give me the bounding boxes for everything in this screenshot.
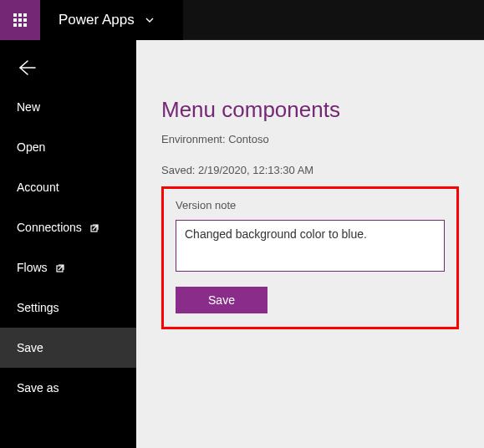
saved-label: Saved: (161, 164, 195, 176)
app-switcher[interactable]: Power Apps (40, 0, 183, 40)
sidebar-item-account[interactable]: Account (0, 167, 136, 207)
environment-label: Environment: (161, 133, 226, 145)
top-bar-spacer (183, 0, 484, 40)
app-launcher-button[interactable] (0, 0, 40, 40)
sidebar-item-label: New (17, 100, 40, 114)
version-note-input[interactable] (176, 220, 445, 272)
environment-line: Environment: Contoso (161, 133, 459, 145)
external-link-icon (56, 262, 66, 272)
sidebar-item-connections[interactable]: Connections (0, 207, 136, 247)
main-content: Menu components Environment: Contoso Sav… (136, 40, 484, 448)
page-title: Menu components (161, 97, 459, 123)
arrow-left-icon (15, 57, 37, 79)
save-button[interactable]: Save (176, 287, 267, 313)
sidebar-item-label: Flows (17, 261, 48, 274)
sidebar-item-label: Save as (17, 381, 59, 395)
saved-value: 2/19/2020, 12:13:30 AM (198, 164, 313, 176)
sidebar-item-label: Open (17, 140, 45, 154)
sidebar-item-settings[interactable]: Settings (0, 288, 136, 328)
sidebar-item-save[interactable]: Save (0, 328, 136, 368)
sidebar-item-open[interactable]: Open (0, 127, 136, 167)
version-note-label: Version note (176, 199, 445, 211)
sidebar-item-label: Settings (17, 301, 59, 314)
waffle-icon (13, 13, 27, 27)
body: New Open Account Connections Flows Setti… (0, 40, 484, 448)
sidebar-item-flows[interactable]: Flows (0, 247, 136, 288)
sidebar-item-new[interactable]: New (0, 87, 136, 127)
sidebar-item-save-as[interactable]: Save as (0, 368, 136, 408)
sidebar-item-label: Account (17, 181, 59, 194)
version-note-highlight: Version note Save (161, 186, 459, 329)
back-button[interactable] (0, 48, 136, 87)
sidebar-item-label: Save (17, 341, 43, 354)
environment-value: Contoso (228, 133, 268, 145)
external-link-icon (90, 222, 100, 232)
saved-line: Saved: 2/19/2020, 12:13:30 AM (161, 164, 459, 176)
sidebar-item-label: Connections (17, 221, 82, 234)
top-bar: Power Apps (0, 0, 484, 40)
sidebar: New Open Account Connections Flows Setti… (0, 40, 136, 448)
chevron-down-icon (145, 15, 155, 25)
app-name-label: Power Apps (59, 12, 135, 28)
